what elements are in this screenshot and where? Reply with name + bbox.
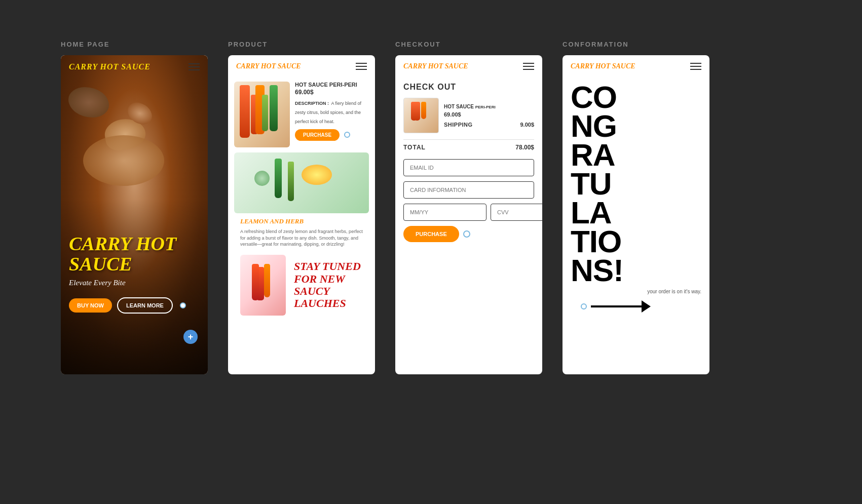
product-2-image: [234, 152, 369, 213]
purchase-button-1[interactable]: PURCHASE: [295, 129, 340, 141]
arrow-line: [591, 305, 642, 307]
confirmation-screen-container: CONFORMATION CARRY HOT SAUCE CO NG RA TU: [563, 41, 709, 374]
order-message: your order is on it's way.: [611, 289, 701, 294]
product-screen-container: PRODUCT CARRY HOT SAUCE: [228, 41, 375, 374]
product-2-name: LEAMON AND HERB: [234, 217, 369, 225]
product-screen: CARRY HOT SAUCE: [228, 55, 375, 374]
card-info-field[interactable]: [403, 181, 534, 199]
product-1-item: HOT SAUCE PERI-PERI 69.00$ DESCRIPTION :…: [234, 82, 369, 147]
connector-dot-home: [180, 302, 186, 308]
connector-dot-product: [344, 132, 350, 138]
buy-now-button[interactable]: BUY NOW: [69, 298, 112, 313]
hamburger-icon[interactable]: [189, 63, 200, 70]
home-screen: CARRY HOT SAUCE CARRY HOT SAUCE Elevate …: [61, 55, 208, 374]
checkout-item-details: HOT SAUCE PERI-PERI 69.00$ SHIPPING 9.00…: [444, 101, 534, 130]
plus-button[interactable]: +: [183, 330, 198, 344]
product-header: CARRY HOT SAUCE: [228, 55, 375, 77]
product-3-image: [240, 255, 286, 316]
product-logo: CARRY HOT SAUCE: [236, 62, 301, 70]
home-label: HOME PAGE: [61, 41, 208, 48]
home-screen-container: HOME PAGE CARRY HOT SAUCE: [61, 41, 208, 374]
confirmation-label: CONFORMATION: [563, 41, 709, 48]
product-1-name: HOT SAUCE PERI-PERI: [295, 82, 369, 88]
arrow-container: [581, 300, 701, 313]
purchase-checkout-button[interactable]: PURCHASE: [403, 226, 459, 242]
product-1-image: [234, 82, 290, 147]
arrow-head-icon: [642, 300, 651, 313]
home-logo: CARRY HOT SAUCE: [69, 62, 151, 71]
confirmation-screen: CARRY HOT SAUCE CO NG RA TU LA TIO NS!: [563, 55, 709, 374]
shipping-label: SHIPPING: [444, 122, 473, 128]
home-header: CARRY HOT SAUCE: [61, 55, 208, 79]
checkout-item-row: HOT SAUCE PERI-PERI 69.00$ SHIPPING 9.00…: [403, 98, 534, 133]
checkout-screen-container: CHECKOUT CARRY HOT SAUCE CHECK OUT: [395, 41, 542, 374]
home-big-title: CARRY HOT SAUCE: [69, 234, 200, 275]
checkout-screen: CARRY HOT SAUCE CHECK OUT: [395, 55, 542, 374]
learn-more-button[interactable]: LEARN MORE: [117, 297, 173, 314]
product-1-desc-label: DESCRIPTION :: [295, 101, 329, 106]
product-2-desc: A refreshing blend of zesty lemon and fr…: [234, 228, 369, 248]
confirm-hamburger[interactable]: [690, 63, 701, 70]
email-field[interactable]: [403, 159, 534, 176]
home-buttons: BUY NOW LEARN MORE: [69, 297, 200, 314]
product-1-section: HOT SAUCE PERI-PERI 69.00$ DESCRIPTION :…: [228, 77, 375, 322]
checkout-total-row: TOTAL 78.00$: [403, 144, 534, 151]
checkout-item-name: HOT SAUCE PERI-PERI: [444, 104, 496, 109]
card-date-row: [403, 204, 534, 221]
congrats-text: CO NG RA TU LA TIO NS!: [571, 83, 701, 285]
product-3-row: STAY TUNED FOR NEW SAUCY LAUCHES: [234, 253, 369, 318]
checkout-item-price: 69.00$: [444, 111, 496, 118]
shipping-price: 9.00$: [520, 122, 534, 128]
checkout-shipping-row: SHIPPING 9.00$: [444, 120, 534, 130]
product-1-price: 69.00$: [295, 89, 369, 96]
total-price: 78.00$: [515, 144, 534, 151]
product-label: PRODUCT: [228, 41, 375, 48]
product-1-info: HOT SAUCE PERI-PERI 69.00$ DESCRIPTION :…: [295, 82, 369, 141]
checkout-hamburger[interactable]: [523, 63, 534, 70]
checkout-logo: CARRY HOT SAUCE: [403, 62, 468, 70]
product-hamburger[interactable]: [356, 63, 367, 70]
stay-tuned-text: STAY TUNED FOR NEW SAUCY LAUCHES: [290, 260, 363, 309]
connector-dot-checkout: [463, 230, 470, 238]
total-label: TOTAL: [403, 144, 426, 151]
confirm-content: CO NG RA TU LA TIO NS! your order is on …: [563, 83, 709, 321]
confirm-header: CARRY HOT SAUCE: [563, 55, 709, 77]
checkout-title: CHECK OUT: [403, 83, 534, 92]
checkout-header: CARRY HOT SAUCE: [395, 55, 542, 77]
checkout-label: CHECKOUT: [395, 41, 542, 48]
confirm-logo: CARRY HOT SAUCE: [571, 62, 635, 70]
home-subtitle: Elevate Every Bite: [69, 279, 200, 287]
connector-dot-confirm: [581, 303, 587, 309]
checkout-item-image: [403, 98, 439, 133]
cvv-field[interactable]: [491, 204, 542, 221]
mm-yy-field[interactable]: [403, 204, 486, 221]
